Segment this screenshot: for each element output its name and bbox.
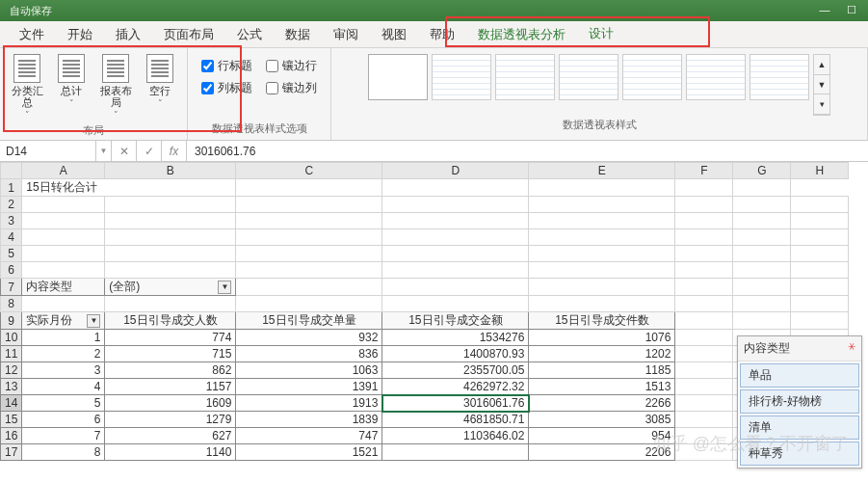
- layout-group-label: 布局: [83, 121, 104, 140]
- formula-input[interactable]: 3016061.76: [187, 141, 868, 161]
- tab-pagelayout[interactable]: 页面布局: [152, 21, 225, 47]
- col-header[interactable]: B: [105, 163, 236, 179]
- minimize-button[interactable]: —: [812, 2, 837, 17]
- styles-scroll: ▲ ▼ ▾: [813, 54, 830, 116]
- row-header[interactable]: 16: [1, 428, 22, 444]
- row-header[interactable]: 7: [1, 279, 22, 296]
- tab-insert[interactable]: 插入: [104, 21, 152, 47]
- cancel-formula-button[interactable]: ✕: [112, 141, 137, 161]
- row-header[interactable]: 10: [1, 330, 22, 346]
- col-header[interactable]: H: [791, 163, 849, 179]
- col-header[interactable]: E: [529, 163, 675, 179]
- col-header[interactable]: G: [733, 163, 791, 179]
- tab-data[interactable]: 数据: [274, 21, 322, 47]
- pivot-style-thumb[interactable]: [559, 54, 618, 100]
- row-header[interactable]: 14: [1, 395, 22, 412]
- chevron-down-icon: ˅: [69, 98, 74, 108]
- pivot-filter-value[interactable]: (全部)▼: [105, 279, 236, 296]
- pivot-style-thumb[interactable]: [686, 54, 746, 100]
- slicer-panel[interactable]: 内容类型 ⚹ 单品 排行榜-好物榜 清单 种草秀: [737, 335, 862, 469]
- ribbon: 分类汇总 ˅ 总计 ˅ 报表布局 ˅ 空行 ˅ 布局 行标题 镶边行: [0, 48, 868, 141]
- filter-dropdown-icon[interactable]: ▼: [87, 314, 100, 328]
- bandedrows-checkbox[interactable]: 镶边行: [266, 58, 317, 74]
- slicer-item[interactable]: 清单: [740, 415, 859, 440]
- reportlayout-icon: [102, 54, 129, 83]
- tab-help[interactable]: 帮助: [418, 21, 466, 47]
- styleoptions-group-label: 数据透视表样式选项: [212, 120, 307, 138]
- subtotals-icon: [13, 54, 40, 83]
- tab-design[interactable]: 设计: [577, 21, 625, 47]
- row-header[interactable]: 3: [1, 213, 22, 229]
- chevron-down-icon: ˅: [114, 110, 118, 120]
- titlebar: 自动保存 — ☐: [0, 0, 868, 21]
- pivot-filter-label[interactable]: 内容类型: [22, 279, 105, 296]
- maximize-button[interactable]: ☐: [839, 2, 864, 17]
- row-header[interactable]: 12: [1, 362, 22, 379]
- column-headers[interactable]: A B C D E F G H: [1, 163, 849, 179]
- formula-bar: D14 ▼ ✕ ✓ fx 3016061.76: [0, 141, 868, 162]
- autosave-label: 自动保存: [10, 4, 52, 18]
- styles-more-button[interactable]: ▾: [814, 94, 829, 115]
- name-box[interactable]: D14: [0, 141, 96, 161]
- pivot-style-thumb[interactable]: [368, 54, 428, 100]
- chevron-down-icon: ˅: [25, 110, 30, 120]
- tab-formulas[interactable]: 公式: [225, 21, 274, 47]
- col-header[interactable]: A: [22, 163, 105, 179]
- col-header[interactable]: D: [382, 163, 529, 179]
- fx-button[interactable]: fx: [162, 141, 187, 161]
- menu-tabs: 文件 开始 插入 页面布局 公式 数据 审阅 视图 帮助 数据透视表分析 设计: [0, 21, 868, 48]
- col-header[interactable]: C: [236, 163, 382, 179]
- pivot-header[interactable]: 15日引导成交人数: [105, 312, 236, 330]
- tab-file[interactable]: 文件: [8, 21, 56, 47]
- row-header[interactable]: 5: [1, 246, 22, 262]
- row-header[interactable]: 9: [1, 312, 22, 330]
- row-header[interactable]: 2: [1, 197, 22, 213]
- ribbon-group-styleoptions: 行标题 镶边行 列标题 镶边列 数据透视表样式选项: [188, 48, 331, 140]
- reportlayout-button[interactable]: 报表布局 ˅: [94, 52, 137, 121]
- blankrows-icon: [146, 54, 173, 83]
- row-header[interactable]: 8: [1, 296, 22, 312]
- grandtotals-icon: [58, 54, 85, 83]
- bandedcols-checkbox[interactable]: 镶边列: [266, 80, 317, 96]
- row-header[interactable]: 15: [1, 412, 22, 428]
- styles-down-button[interactable]: ▼: [814, 75, 829, 95]
- styles-up-button[interactable]: ▲: [814, 55, 829, 75]
- colheaders-checkbox[interactable]: 列标题: [201, 80, 252, 96]
- pivot-style-thumb[interactable]: [432, 54, 491, 100]
- blankrows-button[interactable]: 空行 ˅: [139, 52, 181, 121]
- pivot-header[interactable]: 15日引导成交件数: [529, 312, 675, 330]
- col-header[interactable]: F: [675, 163, 733, 179]
- pivot-style-thumb[interactable]: [750, 54, 809, 100]
- row-header[interactable]: 6: [1, 262, 22, 279]
- filter-dropdown-icon[interactable]: ▼: [218, 281, 231, 294]
- rowheaders-checkbox[interactable]: 行标题: [201, 58, 252, 74]
- row-header[interactable]: 11: [1, 346, 22, 362]
- select-all-corner[interactable]: [1, 163, 22, 179]
- pivot-header[interactable]: 实际月份▼: [22, 312, 105, 330]
- tab-review[interactable]: 审阅: [322, 21, 370, 47]
- slicer-item[interactable]: 单品: [740, 363, 859, 388]
- window-controls: — ☐: [812, 2, 864, 17]
- tab-view[interactable]: 视图: [370, 21, 418, 47]
- slicer-clear-icon[interactable]: ⚹: [848, 340, 855, 357]
- tab-home[interactable]: 开始: [56, 21, 104, 47]
- pivot-header[interactable]: 15日引导成交单量: [236, 312, 382, 330]
- row-header[interactable]: 17: [1, 444, 22, 461]
- pivot-header[interactable]: 15日引导成交金额: [382, 312, 529, 330]
- slicer-item[interactable]: 排行榜-好物榜: [740, 389, 859, 414]
- pivot-style-thumb[interactable]: [495, 54, 555, 100]
- row-header[interactable]: 4: [1, 229, 22, 246]
- subtotals-button[interactable]: 分类汇总 ˅: [6, 52, 48, 121]
- slicer-item[interactable]: 种草秀: [740, 442, 859, 466]
- row-header[interactable]: 1: [1, 179, 22, 197]
- grandtotals-button[interactable]: 总计 ˅: [50, 52, 92, 121]
- row-header[interactable]: 13: [1, 379, 22, 395]
- active-cell[interactable]: 3016061.76: [382, 395, 529, 412]
- accept-formula-button[interactable]: ✓: [137, 141, 162, 161]
- tab-pivot-analyze[interactable]: 数据透视表分析: [466, 21, 577, 47]
- namebox-dropdown[interactable]: ▼: [96, 141, 112, 161]
- cell[interactable]: 15日转化合计: [22, 179, 236, 197]
- pivot-style-thumb[interactable]: [622, 54, 682, 100]
- ribbon-group-layout: 分类汇总 ˅ 总计 ˅ 报表布局 ˅ 空行 ˅ 布局: [0, 48, 188, 140]
- styles-group-label: 数据透视表样式: [563, 116, 637, 134]
